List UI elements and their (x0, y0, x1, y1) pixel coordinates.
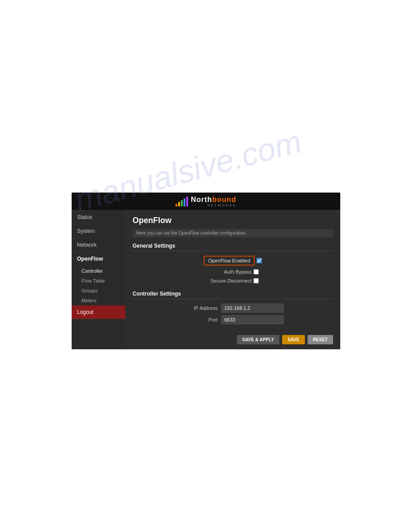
ip-address-row: IP Address (133, 304, 333, 313)
sidebar-item-logout[interactable]: Logout (72, 305, 125, 319)
openflow-enabled-container: OpenFlow Enabled (204, 256, 262, 266)
sidebar: Status System Network OpenFlow Controlle… (72, 210, 125, 349)
port-row: Port (133, 315, 333, 324)
main-layout: Status System Network OpenFlow Controlle… (72, 210, 340, 349)
sidebar-item-openflow[interactable]: OpenFlow (72, 252, 125, 266)
logo-north: North (191, 196, 212, 203)
content-area: OpenFlow Here you can set the OpenFlow c… (125, 210, 340, 349)
auth-bypass-container: Auth Bypass (207, 269, 259, 275)
auth-bypass-checkbox[interactable] (253, 269, 259, 275)
page-description: Here you can set the OpenFlow controller… (133, 229, 333, 237)
sidebar-item-system[interactable]: System (72, 224, 125, 238)
controller-settings-title: Controller Settings (133, 291, 333, 299)
sidebar-item-network[interactable]: Network (72, 238, 125, 252)
logo-bound: bound (212, 196, 236, 203)
general-settings-title: General Settings (133, 243, 333, 251)
secure-disconnect-checkbox[interactable] (253, 278, 259, 283)
logo-bar: Northbound NETWORKS (72, 193, 340, 210)
auth-bypass-label: Auth Bypass (207, 269, 252, 275)
openflow-enabled-label: OpenFlow Enabled (204, 256, 255, 266)
openflow-enabled-checkbox[interactable] (257, 258, 262, 263)
logo-area: Northbound NETWORKS (176, 196, 236, 207)
logo-text: Northbound NETWORKS (191, 196, 236, 207)
ip-address-label: IP Address (182, 305, 218, 311)
save-apply-button[interactable]: SAVE & APPLY (237, 335, 279, 344)
sidebar-item-flow-table[interactable]: Flow Table (72, 276, 125, 286)
secure-disconnect-container: Secure Disconnect (207, 278, 259, 283)
save-button[interactable]: SAVE (282, 335, 305, 344)
controller-settings-section: Controller Settings IP Address Port (133, 291, 333, 324)
action-bar: SAVE & APPLY SAVE RESET (133, 331, 333, 344)
sidebar-item-status[interactable]: Status (72, 210, 125, 224)
sidebar-item-controller[interactable]: Controller (72, 266, 125, 276)
openflow-enabled-row: OpenFlow Enabled (133, 256, 333, 266)
port-label: Port (182, 317, 218, 322)
logo-signal-icon (176, 197, 188, 206)
sidebar-item-meters[interactable]: Meters (72, 296, 125, 305)
secure-disconnect-label: Secure Disconnect (207, 278, 252, 283)
logo-subtext: NETWORKS (191, 204, 236, 207)
auth-bypass-row: Auth Bypass (133, 269, 333, 275)
page-title: OpenFlow (133, 216, 333, 225)
sidebar-item-groups[interactable]: Groups (72, 286, 125, 296)
reset-button[interactable]: RESET (308, 335, 333, 344)
ip-address-input[interactable] (221, 304, 284, 313)
general-settings-section: General Settings OpenFlow Enabled Auth B… (133, 243, 333, 283)
port-input[interactable] (221, 315, 284, 324)
secure-disconnect-row: Secure Disconnect (133, 278, 333, 283)
router-ui-container: Northbound NETWORKS Status System Networ… (72, 193, 340, 349)
